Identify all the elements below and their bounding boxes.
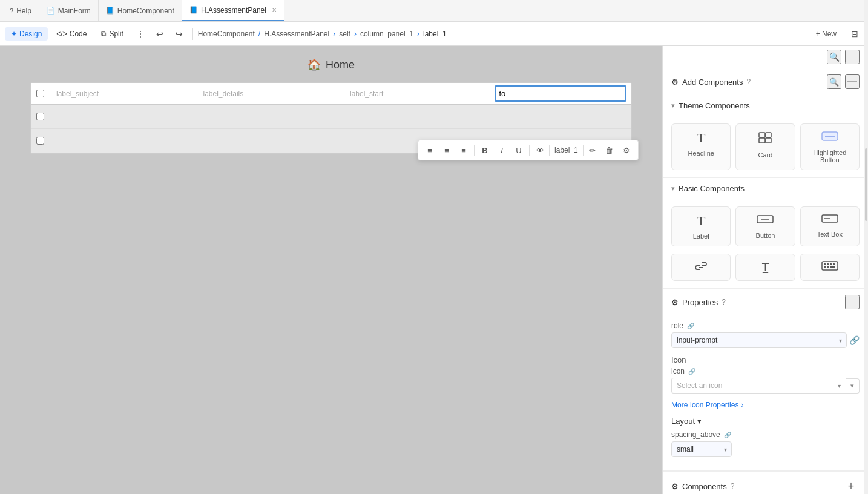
component-text[interactable]: T̲ bbox=[735, 254, 795, 281]
properties-collapse-button[interactable]: — bbox=[845, 295, 860, 309]
spacing-above-link-icon[interactable]: 🔗 bbox=[724, 432, 731, 438]
bold-button[interactable]: B bbox=[477, 142, 493, 158]
sidebar-collapse-button[interactable]: — bbox=[845, 50, 860, 64]
breadcrumb-label1[interactable]: label_1 bbox=[423, 30, 447, 38]
tab-assessmentpanel[interactable]: 📘 H.AssessmentPanel ✕ bbox=[182, 0, 284, 21]
design-button[interactable]: ✦ Design bbox=[5, 27, 48, 41]
header-checkbox-cell bbox=[31, 85, 49, 102]
component-card[interactable]: Card bbox=[735, 123, 795, 170]
undo-button[interactable]: ↩ bbox=[151, 25, 168, 42]
spacing-select-wrap: small medium large none ▾ bbox=[671, 441, 860, 457]
row2-checkbox[interactable] bbox=[36, 137, 44, 145]
row1-col1 bbox=[49, 112, 195, 122]
breadcrumb-assessmentpanel[interactable]: H.AssessmentPanel bbox=[264, 30, 329, 38]
code-label: Code bbox=[70, 30, 87, 38]
canvas-title-icon: 🏠 bbox=[307, 58, 321, 71]
align-left-button[interactable]: ≡ bbox=[422, 142, 438, 158]
component-collapse-button[interactable]: — bbox=[845, 74, 860, 89]
add-components-controls: 🔍 — bbox=[827, 74, 860, 89]
add-components-help-icon[interactable]: ? bbox=[746, 77, 751, 86]
tab-help-icon: ? bbox=[10, 7, 13, 15]
fmt-label-name: label_1 bbox=[549, 145, 584, 156]
component-headline[interactable]: T Headline bbox=[671, 123, 731, 170]
align-center-button[interactable]: ≡ bbox=[439, 142, 455, 158]
theme-components-grid: T Headline Card bbox=[663, 116, 868, 177]
delete-button[interactable]: 🗑 bbox=[602, 142, 617, 158]
highlighted-button-label: Highlighted Button bbox=[804, 149, 855, 163]
component-search-button[interactable]: 🔍 bbox=[827, 74, 841, 89]
split-button[interactable]: ⧉ Split bbox=[95, 27, 129, 41]
basic-components-toggle[interactable]: ▾ bbox=[671, 185, 675, 193]
breadcrumb-homecomponent[interactable]: HomeComponent bbox=[198, 30, 255, 38]
properties-help-icon[interactable]: ? bbox=[722, 298, 726, 306]
properties-header[interactable]: ⚙ Properties ? — bbox=[663, 289, 868, 315]
button-icon bbox=[757, 213, 774, 228]
role-select[interactable]: input-prompt display input output bbox=[671, 332, 847, 348]
fmt-sep-1 bbox=[474, 145, 475, 156]
italic-button[interactable]: I bbox=[494, 142, 510, 158]
new-button[interactable]: + New bbox=[810, 27, 843, 41]
align-right-button[interactable]: ≡ bbox=[456, 142, 472, 158]
underline-button[interactable]: U bbox=[511, 142, 527, 158]
icon-section-text: Icon bbox=[671, 355, 686, 364]
svg-rect-2 bbox=[759, 138, 765, 143]
icon-select[interactable]: Select an icon bbox=[671, 378, 846, 394]
tab-assessmentpanel-icon: 📘 bbox=[189, 6, 198, 14]
row1-checkbox[interactable] bbox=[36, 113, 44, 120]
design-icon: ✦ bbox=[11, 30, 17, 38]
role-binding-icon[interactable]: 🔗 bbox=[849, 335, 860, 345]
spacing-select[interactable]: small medium large none bbox=[671, 441, 732, 457]
tab-homecomponent[interactable]: 📘 HomeComponent bbox=[99, 0, 182, 21]
more-icon: ⋮ bbox=[136, 29, 145, 39]
component-text-box[interactable]: Text Box bbox=[800, 206, 860, 246]
layout-label: Layout bbox=[671, 417, 695, 426]
table-header-row: label_subject label_details label_start bbox=[31, 83, 631, 105]
tab-homecomponent-label: HomeComponent bbox=[117, 7, 174, 15]
icon-select-expand-button[interactable]: ▾ bbox=[846, 378, 860, 394]
design-label: Design bbox=[19, 30, 42, 38]
more-options-button[interactable]: ⋮ bbox=[132, 25, 149, 42]
role-link-icon[interactable]: 🔗 bbox=[687, 323, 694, 329]
theme-components-left: ▾ Theme Components bbox=[671, 101, 750, 110]
svg-rect-10 bbox=[822, 262, 838, 270]
more-icon-properties-link[interactable]: More Icon Properties › bbox=[671, 401, 860, 409]
theme-components-header[interactable]: ▾ Theme Components bbox=[663, 95, 868, 116]
component-keyboard[interactable] bbox=[800, 254, 860, 281]
scrollbar[interactable] bbox=[864, 46, 868, 494]
breadcrumb-self[interactable]: self bbox=[339, 30, 350, 38]
redo-button[interactable]: ↪ bbox=[171, 25, 188, 42]
icon-select-container: Select an icon ▾ bbox=[671, 378, 846, 394]
component-link[interactable] bbox=[671, 254, 731, 281]
role-select-wrap: input-prompt display input output ▾ 🔗 bbox=[671, 332, 860, 348]
code-button[interactable]: </> Code bbox=[50, 27, 93, 41]
add-component-button[interactable]: + bbox=[843, 478, 860, 494]
layout-view-button[interactable]: ⊟ bbox=[846, 25, 863, 42]
canvas-area: 🏠 Home ≡ ≡ ≡ B I U 👁 label_1 ✏ 🗑 ⚙ bbox=[0, 46, 662, 494]
code-icon: </> bbox=[56, 30, 67, 38]
row1-col3 bbox=[340, 112, 486, 122]
basic-components-grid: T Label Button bbox=[663, 199, 868, 254]
role-select-container: input-prompt display input output ▾ bbox=[671, 332, 847, 348]
tab-mainform[interactable]: 📄 MainForm bbox=[39, 0, 99, 21]
add-components-header[interactable]: ⚙ Theme Components Add Components ? 🔍 — bbox=[663, 68, 868, 95]
component-label[interactable]: T Label bbox=[671, 206, 731, 246]
theme-components-toggle[interactable]: ▾ bbox=[671, 102, 675, 110]
icon-section-label: Icon bbox=[671, 355, 860, 364]
breadcrumb-column-panel[interactable]: column_panel_1 bbox=[360, 30, 413, 38]
component-highlighted-button[interactable]: Highlighted Button bbox=[800, 123, 860, 170]
components-footer-help-icon[interactable]: ? bbox=[731, 482, 735, 490]
settings-button[interactable]: ⚙ bbox=[619, 142, 634, 158]
tab-help[interactable]: ? Help bbox=[2, 0, 39, 21]
header-checkbox[interactable] bbox=[36, 90, 44, 97]
icon-link-icon[interactable]: 🔗 bbox=[688, 368, 695, 375]
basic-components-header[interactable]: ▾ Basic Components bbox=[663, 178, 868, 199]
tab-mainform-label: MainForm bbox=[58, 7, 91, 15]
sidebar-search-button[interactable]: 🔍 bbox=[827, 50, 841, 64]
role-label-text: role bbox=[671, 321, 683, 330]
headline-label: Headline bbox=[688, 150, 714, 157]
label-input-field[interactable] bbox=[495, 85, 627, 102]
edit-properties-button[interactable]: ✏ bbox=[585, 142, 600, 158]
tab-close-icon[interactable]: ✕ bbox=[272, 7, 277, 13]
visibility-button[interactable]: 👁 bbox=[532, 142, 548, 158]
component-button[interactable]: Button bbox=[735, 206, 795, 246]
